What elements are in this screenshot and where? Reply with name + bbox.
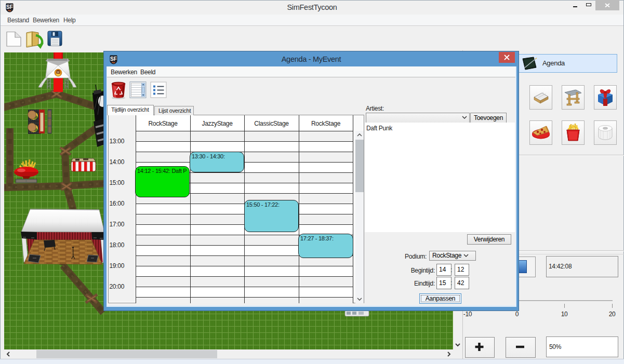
svg-text:SF: SF <box>110 56 117 62</box>
svg-text:SF: SF <box>6 4 13 10</box>
svg-text:SF: SF <box>57 71 60 74</box>
